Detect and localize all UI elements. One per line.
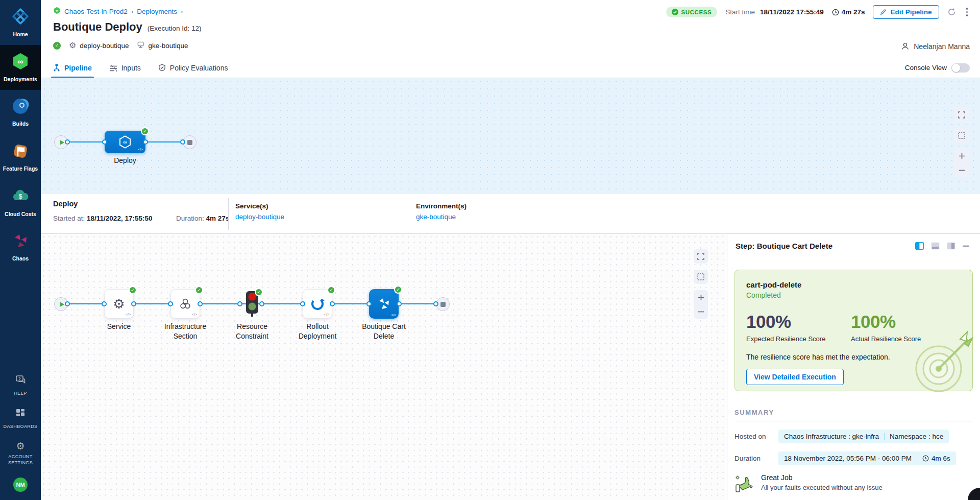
layout-left-icon[interactable] (915, 242, 924, 250)
home-icon (11, 7, 30, 28)
result-subtitle: All your faults executed without any iss… (761, 484, 883, 491)
sidebar-item-label: HELP (14, 390, 27, 397)
resilience-result-card: cart-pod-delete Completed 100% Expected … (734, 270, 973, 391)
duration-label: Duration (734, 455, 778, 462)
cloud-costs-icon: $ (11, 187, 30, 207)
environments-block: Environment(s) gke-boutique (416, 202, 467, 221)
tab-policy-evaluations[interactable]: Policy Evaluations (158, 58, 228, 78)
zoom-in-button[interactable] (694, 290, 708, 304)
stage-graph-canvas[interactable]: ∞ ✓ </> Deploy (41, 78, 980, 194)
result-message: Great Job All your faults executed witho… (761, 473, 883, 491)
stage-label: Deploy (94, 156, 156, 165)
services-block: Service(s) deploy-boutique (235, 202, 284, 221)
hosted-on-label: Hosted on (734, 433, 778, 440)
step-node-infrastructure[interactable]: ✓ </> (170, 289, 200, 319)
success-check-icon: ✓ (141, 127, 149, 135)
connector-port (300, 301, 305, 306)
stage-duration: Duration: 4m 27s (176, 215, 229, 222)
stop-icon (187, 140, 192, 145)
sidebar-item-help[interactable]: ? HELP (14, 374, 27, 397)
fit-to-screen-button[interactable] (954, 128, 969, 142)
chaos-step-icon (377, 297, 391, 311)
svg-text:?: ? (18, 376, 21, 381)
code-mark-icon: </> (324, 312, 329, 317)
step-node-boutique-cart-delete[interactable]: ✓ </> (369, 289, 399, 319)
minus-icon (959, 167, 965, 174)
sidebar-item-builds[interactable]: Builds (0, 90, 41, 135)
status-badge: SUCCESS (666, 7, 718, 17)
step-graph-canvas[interactable]: ⚙ ✓ </> ✓ </> ✓ (41, 234, 727, 500)
breadcrumb-separator: › (181, 8, 183, 15)
current-user[interactable]: Neelanjan Manna (901, 42, 970, 51)
connector-port (131, 301, 136, 306)
code-mark-icon: </> (192, 312, 197, 317)
service-tag-label: deploy-boutique (80, 42, 129, 50)
sidebar-item-dashboards[interactable]: DASHBOARDS (3, 408, 37, 430)
app-root: Home ∞ Deployments Builds Feature Flags … (0, 0, 980, 500)
console-view-toggle[interactable] (951, 63, 970, 73)
fit-selection-icon (958, 132, 965, 139)
tab-pipeline[interactable]: Pipeline (53, 58, 92, 78)
play-icon (60, 140, 64, 145)
view-detailed-execution-button[interactable]: View Detailed Execution (746, 369, 844, 385)
sidebar-item-label: Feature Flags (3, 165, 38, 172)
tab-label: Pipeline (64, 64, 92, 72)
breadcrumb-deployments-link[interactable]: Deployments (137, 8, 177, 15)
environment-tag[interactable]: gke-boutique (137, 41, 188, 50)
service-link[interactable]: deploy-boutique (235, 213, 284, 221)
zoom-out-button[interactable] (694, 304, 708, 319)
connector-port (168, 301, 173, 306)
user-avatar[interactable]: NM (13, 478, 28, 492)
environments-label: Environment(s) (416, 202, 467, 210)
connector-port (433, 301, 438, 306)
step-node-resource-constraint[interactable]: ✓ (244, 290, 260, 318)
connector-port (102, 139, 107, 145)
step-node-service[interactable]: ⚙ ✓ </> (104, 289, 134, 319)
fullscreen-button[interactable] (694, 249, 708, 264)
sidebar-item-cloud-costs[interactable]: $ Cloud Costs (0, 180, 41, 225)
user-name: Neelanjan Manna (914, 42, 970, 51)
summary-section: SUMMARY Hosted on Chaos Infrastructure :… (734, 409, 973, 495)
service-tag[interactable]: ⚙ deploy-boutique (69, 41, 129, 50)
edit-pipeline-button[interactable]: Edit Pipeline (873, 5, 939, 19)
sidebar-item-chaos[interactable]: Chaos (0, 225, 41, 270)
stage-node-deploy[interactable]: ∞ ✓ </> (105, 131, 145, 153)
more-options-icon[interactable] (964, 7, 970, 17)
zoom-out-button[interactable] (954, 163, 969, 177)
fullscreen-button[interactable] (954, 108, 969, 122)
sidebar-item-home[interactable]: Home (0, 0, 41, 45)
main-area: ∞ Chaos-Test-in-Prod2 › Deployments › Bo… (41, 0, 980, 500)
hosted-on-row: Hosted on Chaos Infrastructure : gke-inf… (734, 430, 973, 443)
zoom-in-button[interactable] (954, 149, 969, 163)
connector-port (259, 301, 264, 306)
step-details-panel: Step: Boutique Cart Delete cart-pod-dele… (727, 234, 980, 500)
refresh-icon[interactable] (947, 8, 956, 16)
layout-right-icon[interactable] (947, 242, 955, 250)
connector-port (180, 139, 185, 145)
success-check-icon: ✓ (327, 286, 335, 294)
deployments-icon: ∞ (11, 52, 30, 73)
rollout-icon (310, 296, 325, 312)
connector-port (397, 301, 402, 306)
fit-to-screen-button[interactable] (694, 270, 708, 284)
tab-inputs[interactable]: Inputs (109, 58, 141, 78)
stage-canvas-controls (954, 108, 969, 177)
step-panel-title: Step: Boutique Cart Delete (736, 242, 832, 250)
breadcrumb-project-link[interactable]: Chaos-Test-in-Prod2 (64, 8, 128, 15)
stop-icon (440, 302, 446, 307)
sidebar-bottom: ? HELP DASHBOARDS ⚙ ACCOUNT SETTINGS NM (0, 374, 41, 500)
environment-link[interactable]: gke-boutique (416, 213, 467, 221)
layout-bottom-icon[interactable] (931, 242, 940, 250)
step-node-rollout-deployment[interactable]: ✓ </> (303, 289, 332, 319)
connector-port (65, 301, 70, 306)
sidebar-item-deployments[interactable]: ∞ Deployments (0, 45, 41, 90)
infrastructure-icon (178, 297, 192, 311)
sidebar-item-feature-flags[interactable]: Feature Flags (0, 135, 41, 180)
collapse-panel-icon[interactable] (963, 245, 970, 247)
sidebar-item-account-settings[interactable]: ⚙ ACCOUNT SETTINGS (5, 441, 36, 466)
clock-icon (922, 455, 929, 462)
code-mark-icon: </> (391, 313, 396, 317)
started-at: Started at: 18/11/2022, 17:55:50 (53, 215, 152, 222)
step-canvas-controls (694, 249, 708, 319)
fit-selection-icon (697, 273, 704, 280)
